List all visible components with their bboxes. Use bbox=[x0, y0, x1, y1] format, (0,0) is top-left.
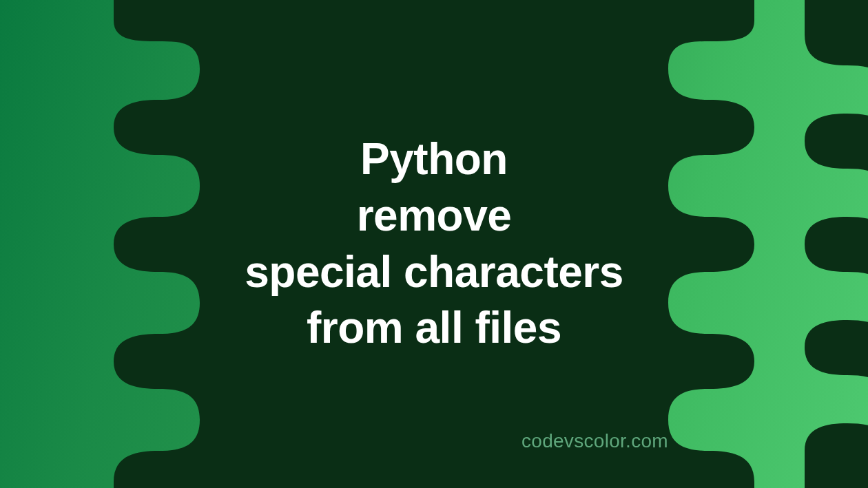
title-line-3: special characters bbox=[245, 244, 623, 301]
title-line-4: from all files bbox=[245, 300, 623, 357]
attribution-text: codevscolor.com bbox=[521, 430, 668, 452]
title-line-2: remove bbox=[245, 188, 623, 244]
banner-title: Python remove special characters from al… bbox=[245, 131, 623, 357]
banner-container: Python remove special characters from al… bbox=[0, 0, 868, 488]
title-line-1: Python bbox=[245, 131, 623, 188]
text-container: Python remove special characters from al… bbox=[0, 0, 868, 488]
